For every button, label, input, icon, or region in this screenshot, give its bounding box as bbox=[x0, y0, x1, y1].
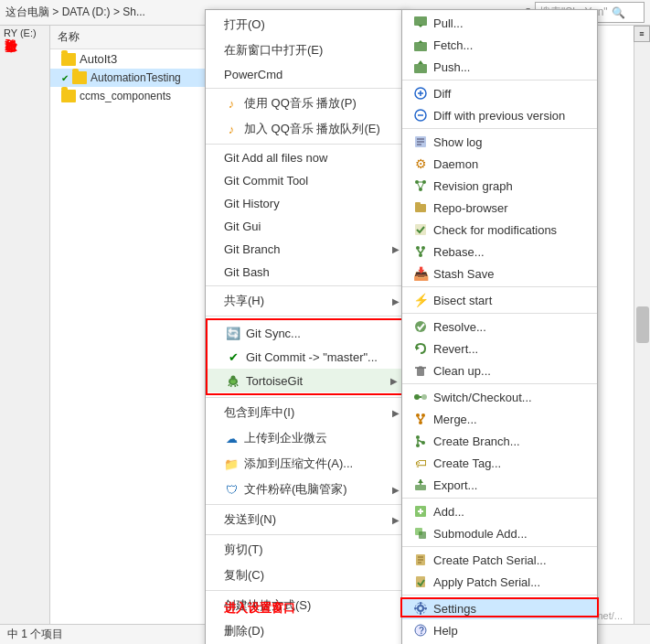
ctx-share[interactable]: 共享(H) bbox=[206, 288, 405, 314]
ctx-include-lib[interactable]: 包含到库中(I) bbox=[206, 400, 405, 425]
ctx-open[interactable]: 打开(O) bbox=[206, 12, 405, 38]
sub-clean-up[interactable]: Clean up... bbox=[402, 360, 597, 381]
sync-icon: 🔄 bbox=[226, 326, 240, 340]
ctx-git-branch[interactable]: Git Branch bbox=[206, 238, 405, 261]
ctx-git-commit[interactable]: Git Commit Tool bbox=[206, 169, 405, 192]
sub-apply-patch[interactable]: Apply Patch Serial... bbox=[402, 571, 597, 593]
svg-point-44 bbox=[416, 413, 420, 417]
diff-prev-icon bbox=[413, 108, 428, 123]
svg-rect-28 bbox=[415, 204, 426, 212]
sub-divider-8 bbox=[402, 595, 597, 596]
sub-push[interactable]: Push... bbox=[402, 56, 597, 78]
svg-point-33 bbox=[419, 253, 422, 257]
scrollbar[interactable]: ≡ bbox=[634, 26, 650, 624]
tree-item-label: AutomationTesting bbox=[91, 71, 181, 84]
sub-submodule-add[interactable]: Submodule Add... bbox=[402, 522, 597, 544]
ctx-shred[interactable]: 🛡 文件粉碎(电脑管家) bbox=[206, 477, 405, 502]
svg-line-26 bbox=[421, 182, 424, 189]
ctx-cut[interactable]: 剪切(T) bbox=[206, 537, 405, 563]
ctx-upload-weiyun[interactable]: ☁ 上传到企业微云 bbox=[206, 425, 405, 451]
sub-rebase[interactable]: Rebase... bbox=[402, 241, 597, 263]
svg-rect-69 bbox=[420, 602, 421, 605]
sub-stash-save[interactable]: 📥 Stash Save bbox=[402, 263, 597, 284]
svg-rect-29 bbox=[415, 202, 421, 205]
cleanup-icon bbox=[413, 363, 428, 378]
sub-revert[interactable]: Revert... bbox=[402, 338, 597, 360]
ctx-tortoisegit[interactable]: TortoiseGit bbox=[208, 369, 403, 392]
sub-create-branch[interactable]: Create Branch... bbox=[402, 430, 597, 452]
svg-rect-38 bbox=[417, 368, 424, 376]
sub-switch[interactable]: Switch/Checkout... bbox=[402, 386, 597, 408]
svg-rect-61 bbox=[419, 531, 426, 539]
tortoise-icon bbox=[226, 373, 240, 388]
svg-point-49 bbox=[416, 435, 420, 439]
sub-show-log[interactable]: Show log bbox=[402, 131, 597, 153]
drive-item[interactable]: RY (E:) bbox=[0, 26, 49, 40]
sub-help[interactable]: ? Help bbox=[402, 619, 597, 641]
tree-item-autoit3[interactable]: AutoIt3 bbox=[50, 49, 205, 69]
tree-item-automationtesting[interactable]: ✔ AutomationTesting bbox=[50, 69, 205, 87]
svg-point-46 bbox=[419, 421, 422, 424]
bisect-icon: ⚡ bbox=[413, 293, 428, 307]
scroll-thumb[interactable] bbox=[636, 306, 649, 343]
ctx-add-zip[interactable]: 📁 添加到压缩文件(A)... bbox=[206, 451, 405, 477]
ctx-qq-queue[interactable]: ♪ 加入 QQ音乐 播放队列(E) bbox=[206, 116, 405, 142]
svg-point-51 bbox=[416, 444, 420, 447]
ctx-delete[interactable]: 删除(D) bbox=[206, 618, 405, 644]
sub-bisect[interactable]: ⚡ Bisect start bbox=[402, 289, 597, 311]
folder-icon bbox=[61, 53, 76, 66]
ctx-git-gui[interactable]: Git Gui bbox=[206, 215, 405, 238]
sub-diff[interactable]: Diff bbox=[402, 82, 597, 104]
sub-divider-7 bbox=[402, 546, 597, 547]
svg-point-32 bbox=[421, 246, 425, 250]
ctx-git-bash[interactable]: Git Bash bbox=[206, 261, 405, 284]
qq-queue-icon: ♪ bbox=[224, 122, 239, 136]
shred-icon: 🛡 bbox=[224, 482, 239, 497]
sub-resolve[interactable]: Resolve... bbox=[402, 316, 597, 338]
sub-create-patch[interactable]: Create Patch Serial... bbox=[402, 549, 597, 571]
sub-fetch[interactable]: Fetch... bbox=[402, 34, 597, 56]
sub-merge[interactable]: Merge... bbox=[402, 408, 597, 430]
sub-divider-1 bbox=[402, 80, 597, 80]
settings-icon bbox=[413, 601, 428, 616]
svg-line-4 bbox=[231, 385, 232, 387]
revision-icon bbox=[413, 178, 428, 193]
sub-daemon[interactable]: ⚙ Daemon bbox=[402, 153, 597, 175]
view-icon[interactable]: ≡ bbox=[634, 26, 650, 42]
ctx-git-add[interactable]: Git Add all files now bbox=[206, 146, 405, 169]
svg-rect-71 bbox=[414, 607, 417, 609]
ctx-qq-play[interactable]: ♪ 使用 QQ音乐 播放(P) bbox=[206, 91, 405, 116]
sub-add[interactable]: Add... bbox=[402, 500, 597, 522]
ctx-divider-7 bbox=[206, 534, 405, 535]
svg-point-2 bbox=[231, 376, 236, 381]
tree-item-ccms[interactable]: ccms_components bbox=[50, 87, 205, 105]
svg-rect-30 bbox=[415, 224, 426, 235]
ctx-divider-8 bbox=[206, 590, 405, 591]
help-icon: ? bbox=[413, 623, 428, 638]
ctx-git-history[interactable]: Git History bbox=[206, 192, 405, 215]
sub-revision-graph[interactable]: Revision graph bbox=[402, 175, 597, 197]
status-text: 中 1 个项目 bbox=[7, 627, 63, 642]
ctx-git-commit-master[interactable]: ✔ Git Commit -> "master"... bbox=[208, 345, 403, 369]
ctx-copy[interactable]: 复制(C) bbox=[206, 563, 405, 588]
check-icon bbox=[413, 222, 428, 237]
sub-check-mods[interactable]: Check for modifications bbox=[402, 219, 597, 241]
sub-diff-prev[interactable]: Diff with previous version bbox=[402, 104, 597, 126]
sub-pull[interactable]: Pull... bbox=[402, 12, 597, 34]
svg-line-25 bbox=[417, 182, 421, 189]
ctx-powercmd[interactable]: PowerCmd bbox=[206, 63, 405, 86]
ctx-open-new-window[interactable]: 在新窗口中打开(E) bbox=[206, 38, 405, 63]
apply-patch-icon bbox=[413, 574, 428, 589]
sub-repo-browser[interactable]: Repo-browser bbox=[402, 197, 597, 219]
sub-settings[interactable]: Settings bbox=[402, 597, 597, 619]
ctx-git-sync[interactable]: 🔄 Git Sync... bbox=[208, 321, 403, 345]
diff-icon bbox=[413, 86, 428, 101]
ctx-send-to[interactable]: 发送到(N) bbox=[206, 507, 405, 532]
sub-create-tag[interactable]: 🏷 Create Tag... bbox=[402, 452, 597, 474]
svg-line-5 bbox=[235, 385, 236, 387]
sub-export[interactable]: Export... bbox=[402, 474, 597, 496]
bottom-annotation: 进入设置窗口 bbox=[224, 600, 295, 617]
search-icon[interactable]: 🔍 bbox=[612, 6, 625, 19]
svg-point-41 bbox=[414, 394, 420, 400]
sub-divider-2 bbox=[402, 128, 597, 129]
